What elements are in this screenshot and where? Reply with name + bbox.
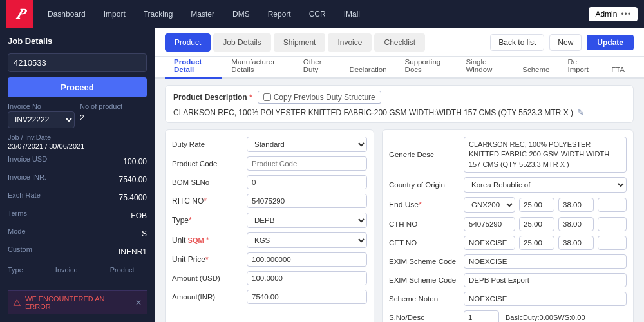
- bom-slno-label: BOM SLNo: [172, 178, 243, 186]
- cth-num2[interactable]: [558, 217, 594, 231]
- invoice-inr-label: Invoice INR.: [8, 173, 114, 181]
- sno-desc-right: BasicDuty:0.00SWS:0.00: [506, 314, 585, 321]
- error-close-icon[interactable]: ✕: [135, 298, 142, 307]
- scheme-noten-input[interactable]: [464, 292, 627, 306]
- sub-tab-supporting-docs[interactable]: Supporting Docs: [396, 54, 457, 79]
- job-inv-date-label: Job / Inv.Date: [8, 133, 147, 141]
- prod-desc-header: Product Description * Copy Previous Duty…: [173, 91, 625, 104]
- invoice-no-select[interactable]: INV22222: [8, 111, 75, 128]
- country-origin-select[interactable]: Korea Rebublic of: [464, 177, 627, 193]
- cet-no-row: CET NO: [389, 236, 627, 250]
- tab-job-details[interactable]: Job Details: [213, 33, 270, 52]
- end-use-num1[interactable]: [519, 198, 554, 212]
- sub-tab-scheme[interactable]: Scheme: [513, 62, 558, 79]
- proceed-button[interactable]: Proceed: [8, 77, 147, 97]
- job-number-input[interactable]: [8, 53, 147, 72]
- invoice-no-field: Invoice No INV22222: [8, 102, 75, 128]
- no-product-field: No of product 2: [80, 102, 147, 124]
- admin-button[interactable]: Admin •••: [589, 7, 638, 21]
- job-inv-date-field: Job / Inv.Date 23/07/2021 / 30/06/2021: [8, 133, 147, 150]
- invoice-no-label: Invoice No: [8, 102, 75, 110]
- nav-dms[interactable]: DMS: [225, 7, 258, 21]
- sub-tab-fta[interactable]: FTA: [602, 62, 634, 79]
- tab-product[interactable]: Product: [165, 33, 211, 52]
- no-product-label: No of product: [80, 102, 147, 110]
- product-code-row: Product Code: [172, 156, 367, 171]
- tab-invoice[interactable]: Invoice: [328, 33, 372, 52]
- new-button[interactable]: New: [549, 34, 582, 51]
- sub-tab-single-window[interactable]: Single Window: [457, 54, 513, 79]
- end-use-select[interactable]: GNX200: [464, 197, 515, 213]
- nav-imail[interactable]: IMail: [336, 7, 368, 21]
- sno-desc-input[interactable]: [464, 310, 499, 322]
- tab-shipment[interactable]: Shipment: [274, 33, 326, 52]
- no-product-value: 2: [80, 111, 147, 124]
- type-col-label: Type: [8, 266, 23, 274]
- unit-label: Unit SQM *: [172, 236, 243, 245]
- right-form-col: Generic Desc CLARKSON REC, 100% POLYESTE…: [382, 129, 634, 322]
- cet-num1[interactable]: [519, 236, 554, 250]
- update-button[interactable]: Update: [587, 35, 634, 50]
- mode-value: S: [142, 227, 147, 240]
- cth-num3[interactable]: [598, 217, 627, 231]
- custom-label: Custom: [8, 245, 113, 253]
- product-description-section: Product Description * Copy Previous Duty…: [165, 85, 634, 123]
- cet-no-input[interactable]: [464, 236, 515, 250]
- exim2-label: EXIM Scheme Code: [389, 276, 460, 284]
- exim2-row: EXIM Scheme Code: [389, 273, 627, 287]
- cth-num1[interactable]: [519, 217, 554, 231]
- cet-no-label: CET NO: [389, 239, 460, 247]
- sub-tab-other-duty[interactable]: Other Duty: [294, 54, 341, 79]
- sub-tab-re-import[interactable]: Re Import: [558, 54, 602, 79]
- nav-right: Admin •••: [589, 7, 638, 21]
- sidebar: Job Details Proceed Invoice No INV22222 …: [0, 28, 155, 322]
- amount-inr-label: Amount(INR): [172, 293, 243, 301]
- cet-num3[interactable]: [598, 236, 627, 250]
- edit-desc-icon[interactable]: ✎: [577, 108, 584, 117]
- nav-tracking[interactable]: Tracking: [136, 7, 181, 21]
- sub-tab-product-detail[interactable]: Product Detail: [165, 54, 222, 79]
- error-bar: ⚠ WE ENCOUNTERED AN ERROR ✕: [8, 290, 147, 314]
- exim1-input[interactable]: [464, 254, 627, 269]
- bom-slno-row: BOM SLNo: [172, 175, 367, 189]
- bom-slno-input[interactable]: [247, 175, 367, 189]
- invoice-usd-value: 100.00: [123, 155, 147, 168]
- nav-ccr[interactable]: CCR: [301, 7, 334, 21]
- sidebar-title: Job Details: [8, 36, 147, 46]
- ritc-no-input[interactable]: [247, 194, 367, 208]
- end-use-row: End Use* GNX200: [389, 197, 627, 213]
- unit-price-input[interactable]: [247, 252, 367, 267]
- end-use-num2[interactable]: [558, 198, 594, 212]
- copy-prev-button[interactable]: Copy Previous Duty Structure: [258, 91, 381, 104]
- product-code-input[interactable]: [247, 156, 367, 171]
- nav-dashboard[interactable]: Dashboard: [40, 7, 93, 21]
- nav-links: Dashboard Import Tracking Master DMS Rep…: [40, 7, 589, 21]
- end-use-num3[interactable]: [598, 198, 627, 212]
- exim1-row: EXIM Scheme Code: [389, 254, 627, 269]
- top-nav: 𝑃 Dashboard Import Tracking Master DMS R…: [0, 0, 644, 28]
- cet-num2[interactable]: [558, 236, 594, 250]
- custom-row: Custom INENR1: [8, 245, 147, 258]
- sub-tab-manufacturer[interactable]: Manufacturer Details: [222, 54, 294, 79]
- type-header-row: Type Invoice Product: [8, 263, 147, 278]
- duty-rate-select[interactable]: Standard Preferential Exempted: [247, 137, 367, 152]
- back-list-button[interactable]: Back to list: [490, 34, 544, 51]
- duty-rate-label: Duty Rate: [172, 140, 243, 148]
- sub-tab-declaration[interactable]: Declaration: [340, 62, 395, 79]
- generic-desc-label: Generic Desc: [389, 151, 460, 158]
- amount-inr-input[interactable]: [247, 290, 367, 304]
- nav-import[interactable]: Import: [96, 7, 133, 21]
- type-select[interactable]: DEPB Standard: [247, 213, 367, 228]
- tab-checklist[interactable]: Checklist: [374, 33, 425, 52]
- cth-no-input[interactable]: [464, 217, 515, 231]
- mode-label: Mode: [8, 227, 137, 235]
- form-two-col: Duty Rate Standard Preferential Exempted…: [165, 129, 634, 322]
- nav-report[interactable]: Report: [260, 7, 299, 21]
- exim2-input[interactable]: [464, 273, 627, 287]
- nav-master[interactable]: Master: [183, 7, 222, 21]
- mode-row: Mode S: [8, 227, 147, 240]
- copy-prev-checkbox[interactable]: [263, 93, 271, 101]
- country-origin-label: Country of Origin: [389, 181, 460, 189]
- unit-select[interactable]: KGS NOS MTR: [247, 232, 367, 248]
- amount-usd-input[interactable]: [247, 271, 367, 285]
